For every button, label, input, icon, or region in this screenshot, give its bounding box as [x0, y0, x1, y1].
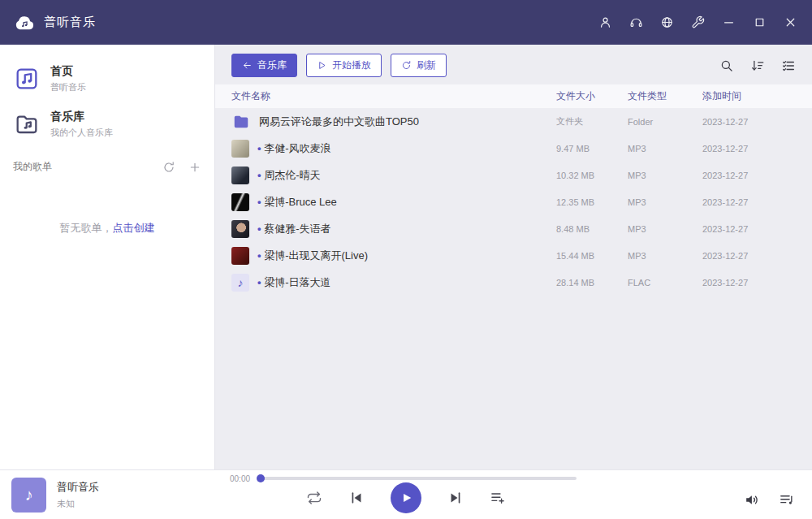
back-arrow-icon [242, 60, 253, 71]
previous-track-icon[interactable] [348, 490, 365, 506]
table-row-song[interactable]: 梁博-出现又离开(Live) 15.44 MB MP3 2023-12-27 [215, 242, 812, 269]
file-size: 9.47 MB [556, 144, 628, 154]
file-type: MP3 [628, 224, 702, 234]
now-playing-artist: 未知 [57, 498, 99, 510]
refresh-icon [401, 60, 412, 71]
music-note-icon: ♪ [231, 274, 249, 292]
file-name: 周杰伦-晴天 [257, 168, 321, 183]
table-row-song[interactable]: 李健-风吹麦浪 9.47 MB MP3 2023-12-27 [215, 135, 812, 162]
sidebar-item-library-sublabel: 我的个人音乐库 [50, 127, 113, 139]
sidebar-item-texts: 首页 普听音乐 [50, 64, 86, 93]
titlebar: 普听音乐 [0, 0, 812, 45]
player-bar: ♪ 普听音乐 未知 00:00 [0, 469, 812, 519]
now-playing-title: 普听音乐 [57, 480, 99, 495]
search-icon[interactable] [719, 58, 734, 73]
file-type: MP3 [628, 144, 702, 154]
app-body: 首页 普听音乐 音乐库 我的个人音乐库 我的歌单 [0, 45, 812, 469]
wrench-icon[interactable] [691, 15, 705, 29]
file-name: 蔡健雅-失语者 [257, 222, 331, 236]
app-logo-icon [13, 11, 36, 34]
playlist-queue-icon[interactable] [779, 492, 794, 508]
start-playback-label: 开始播放 [332, 58, 371, 72]
now-playing-info: ♪ 普听音乐 未知 [11, 478, 99, 513]
sort-icon[interactable] [750, 58, 765, 73]
playback-controls [306, 482, 506, 513]
app-title: 普听音乐 [44, 15, 96, 30]
sidebar-item-texts: 音乐库 我的个人音乐库 [50, 110, 113, 139]
view-list-icon[interactable] [781, 58, 796, 73]
sidebar-item-home-label: 首页 [50, 64, 86, 79]
table-row-song[interactable]: ♪ 梁博-日落大道 28.14 MB FLAC 2023-12-27 [215, 269, 812, 296]
album-art-thumbnail [231, 247, 249, 265]
back-to-library-button[interactable]: 音乐库 [231, 54, 297, 77]
sidebar: 首页 普听音乐 音乐库 我的个人音乐库 我的歌单 [0, 45, 215, 469]
music-file-icon [13, 65, 41, 93]
file-size: 8.48 MB [556, 224, 628, 234]
file-type: MP3 [628, 197, 702, 207]
file-list: 网易云评论最多的中文歌曲TOP50 文件夹 Folder 2023-12-27 … [215, 108, 812, 469]
file-added-date: 2023-12-27 [702, 171, 796, 180]
refresh-button-label: 刷新 [417, 58, 436, 72]
file-added-date: 2023-12-27 [702, 224, 796, 234]
sidebar-item-home[interactable]: 首页 普听音乐 [0, 56, 214, 102]
refresh-playlists-icon[interactable] [162, 161, 175, 174]
playlists-header-actions [162, 161, 201, 174]
file-added-date: 2023-12-27 [702, 251, 796, 261]
next-track-icon[interactable] [447, 490, 464, 506]
file-size: 10.32 MB [556, 171, 628, 180]
sidebar-item-library-label: 音乐库 [50, 110, 113, 124]
maximize-button[interactable] [753, 15, 767, 29]
file-name: 梁博-出现又离开(Live) [257, 249, 368, 263]
file-name: 梁博-Bruce Lee [257, 195, 337, 210]
table-row-song[interactable]: 蔡健雅-失语者 8.48 MB MP3 2023-12-27 [215, 215, 812, 242]
progress-bar[interactable] [257, 477, 577, 480]
file-type: MP3 [628, 251, 702, 261]
column-header-size[interactable]: 文件大小 [556, 89, 628, 103]
album-art-thumbnail [231, 220, 249, 238]
playlists-header-label: 我的歌单 [13, 160, 52, 174]
table-header-row: 文件名称 文件大小 文件类型 添加时间 [215, 84, 812, 108]
refresh-button[interactable]: 刷新 [391, 54, 447, 77]
play-outline-icon [317, 60, 327, 71]
toolbar-right-actions [719, 58, 796, 73]
add-to-playlist-icon[interactable] [490, 490, 506, 506]
headset-icon[interactable] [629, 15, 643, 29]
add-playlist-icon[interactable] [188, 161, 201, 174]
file-size: 15.44 MB [556, 251, 628, 261]
now-playing-cover-icon: ♪ [11, 478, 46, 513]
folder-icon [231, 112, 251, 132]
table-row-song[interactable]: 周杰伦-晴天 10.32 MB MP3 2023-12-27 [215, 162, 812, 188]
file-size: 28.14 MB [556, 278, 628, 288]
file-added-date: 2023-12-27 [702, 278, 796, 288]
file-added-date: 2023-12-27 [702, 117, 796, 127]
column-header-name[interactable]: 文件名称 [231, 89, 556, 103]
file-name: 梁博-日落大道 [257, 275, 331, 290]
start-playback-button[interactable]: 开始播放 [306, 54, 382, 77]
play-button[interactable] [391, 482, 421, 513]
empty-playlists-text: 暂无歌单， [60, 222, 113, 234]
file-type: FLAC [628, 278, 702, 288]
user-icon[interactable] [598, 15, 612, 29]
close-button[interactable] [784, 15, 797, 29]
minimize-button[interactable] [722, 15, 736, 29]
column-header-added[interactable]: 添加时间 [702, 89, 796, 103]
sidebar-item-home-sublabel: 普听音乐 [50, 81, 86, 93]
file-type: Folder [628, 117, 702, 127]
file-added-date: 2023-12-27 [702, 197, 796, 207]
create-playlist-link[interactable]: 点击创建 [113, 222, 155, 234]
repeat-icon[interactable] [306, 490, 322, 506]
file-name: 李健-风吹麦浪 [257, 141, 331, 156]
table-row-folder[interactable]: 网易云评论最多的中文歌曲TOP50 文件夹 Folder 2023-12-27 [215, 108, 812, 135]
album-art-thumbnail [231, 167, 249, 184]
progress-knob[interactable] [257, 474, 265, 482]
table-row-song[interactable]: 梁博-Bruce Lee 12.35 MB MP3 2023-12-27 [215, 188, 812, 215]
globe-icon[interactable] [660, 15, 674, 29]
app-window: 普听音乐 [0, 0, 812, 519]
current-time: 00:00 [230, 474, 250, 483]
volume-icon[interactable] [744, 492, 759, 508]
back-button-label: 音乐库 [257, 58, 287, 72]
column-header-type[interactable]: 文件类型 [628, 89, 702, 103]
file-added-date: 2023-12-27 [702, 144, 796, 154]
file-type: MP3 [628, 171, 702, 180]
sidebar-item-library[interactable]: 音乐库 我的个人音乐库 [0, 102, 214, 147]
